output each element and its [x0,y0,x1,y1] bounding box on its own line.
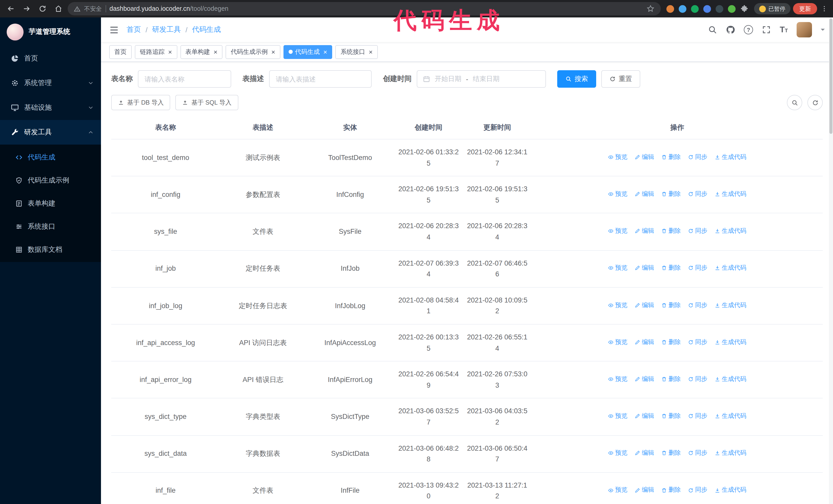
toggle-search-icon[interactable] [787,95,802,110]
action-generate-link[interactable]: 生成代码 [715,152,746,162]
extension-icon[interactable] [728,5,736,13]
chevron-down-icon[interactable] [821,29,825,33]
sidebar-item-devtools[interactable]: 研发工具 [0,120,101,145]
action-sync-link[interactable]: 同步 [688,337,708,347]
action-generate-link[interactable]: 生成代码 [715,337,746,347]
action-preview-link[interactable]: 预览 [608,337,627,347]
action-edit-link[interactable]: 编辑 [635,152,654,162]
close-icon[interactable]: × [271,48,275,55]
action-sync-link[interactable]: 同步 [688,411,708,421]
action-generate-link[interactable]: 生成代码 [715,485,746,495]
action-delete-link[interactable]: 删除 [661,374,681,384]
table-name-input[interactable] [138,70,231,88]
action-sync-link[interactable]: 同步 [688,226,708,236]
bookmark-star-icon[interactable] [646,5,654,13]
action-preview-link[interactable]: 预览 [608,448,627,458]
tab-form-builder[interactable]: 表单构建× [180,45,222,59]
sidebar-subitem-codegen[interactable]: 代码生成 [0,146,101,169]
back-icon[interactable] [4,2,18,16]
sidebar-subitem-codegen-example[interactable]: 代码生成示例 [0,169,101,192]
action-delete-link[interactable]: 删除 [661,300,681,310]
chrome-menu-icon[interactable] [820,3,829,14]
date-range-picker[interactable]: 开始日期 - 结束日期 [417,70,546,88]
breadcrumb-item-codegen[interactable]: 代码生成 [192,25,221,34]
user-avatar[interactable] [796,22,812,38]
action-edit-link[interactable]: 编辑 [635,300,654,310]
action-delete-link[interactable]: 删除 [661,263,681,273]
github-icon[interactable] [726,25,735,34]
search-button[interactable]: 搜索 [557,70,596,88]
action-generate-link[interactable]: 生成代码 [715,189,746,199]
refresh-icon[interactable] [807,95,823,110]
import-sql-button[interactable]: 基于 SQL 导入 [175,95,238,110]
tab-codegen-example[interactable]: 代码生成示例× [225,45,280,59]
action-delete-link[interactable]: 删除 [661,411,681,421]
action-generate-link[interactable]: 生成代码 [715,448,746,458]
action-sync-link[interactable]: 同步 [688,374,708,384]
action-sync-link[interactable]: 同步 [688,189,708,199]
action-delete-link[interactable]: 删除 [661,226,681,236]
action-preview-link[interactable]: 预览 [608,485,627,495]
action-sync-link[interactable]: 同步 [688,263,708,273]
sidebar-subitem-form-builder[interactable]: 表单构建 [0,192,101,215]
sidebar-logo[interactable]: 芋道管理系统 [0,18,101,46]
extension-icon[interactable] [691,5,699,13]
action-generate-link[interactable]: 生成代码 [715,374,746,384]
puzzle-icon[interactable] [740,5,748,13]
action-preview-link[interactable]: 预览 [608,226,627,236]
tab-system-api[interactable]: 系统接口× [335,45,378,59]
action-sync-link[interactable]: 同步 [688,152,708,162]
action-edit-link[interactable]: 编辑 [635,263,654,273]
action-edit-link[interactable]: 编辑 [635,337,654,347]
breadcrumb-item-devtools[interactable]: 研发工具 [152,25,181,34]
fullscreen-icon[interactable] [762,25,771,34]
home-icon[interactable] [52,2,65,16]
import-db-button[interactable]: 基于 DB 导入 [111,95,170,110]
close-icon[interactable]: × [369,48,373,55]
update-button[interactable]: 更新 [793,3,817,14]
action-edit-link[interactable]: 编辑 [635,485,654,495]
action-preview-link[interactable]: 预览 [608,263,627,273]
address-bar[interactable]: 不安全 dashboard.yudao.iocoder.cn/tool/code… [68,2,661,16]
extension-icon[interactable] [679,5,686,13]
reset-button[interactable]: 重置 [601,70,640,88]
action-edit-link[interactable]: 编辑 [635,374,654,384]
close-icon[interactable]: × [214,48,217,55]
action-preview-link[interactable]: 预览 [608,374,627,384]
font-size-icon[interactable]: TT [780,25,788,34]
sidebar-item-system[interactable]: 系统管理 [0,71,101,95]
tab-tracing[interactable]: 链路追踪× [135,45,177,59]
action-edit-link[interactable]: 编辑 [635,411,654,421]
menu-fold-icon[interactable] [109,25,119,34]
action-preview-link[interactable]: 预览 [608,152,627,162]
forward-icon[interactable] [20,2,33,16]
action-sync-link[interactable]: 同步 [688,485,708,495]
action-preview-link[interactable]: 预览 [608,189,627,199]
action-generate-link[interactable]: 生成代码 [715,411,746,421]
extension-icon[interactable] [716,5,723,13]
action-edit-link[interactable]: 编辑 [635,189,654,199]
action-sync-link[interactable]: 同步 [688,300,708,310]
action-preview-link[interactable]: 预览 [608,411,627,421]
breadcrumb-item-home[interactable]: 首页 [127,25,141,34]
close-icon[interactable]: × [324,48,327,55]
paused-badge[interactable]: 已暂停 [754,3,790,14]
sidebar-item-infra[interactable]: 基础设施 [0,95,101,120]
action-sync-link[interactable]: 同步 [688,448,708,458]
action-edit-link[interactable]: 编辑 [635,448,654,458]
scrollbar-thumb[interactable] [829,19,832,134]
table-desc-input[interactable] [269,70,372,88]
extension-icon[interactable] [666,5,674,13]
sidebar-subitem-db-doc[interactable]: 数据库文档 [0,238,101,261]
action-delete-link[interactable]: 删除 [661,337,681,347]
action-preview-link[interactable]: 预览 [608,300,627,310]
sidebar-item-home[interactable]: 首页 [0,46,101,71]
action-generate-link[interactable]: 生成代码 [715,263,746,273]
sidebar-subitem-system-api[interactable]: 系统接口 [0,215,101,238]
action-delete-link[interactable]: 删除 [661,152,681,162]
help-icon[interactable]: ? [744,25,753,34]
tab-home[interactable]: 首页 [109,45,132,59]
close-icon[interactable]: × [168,48,172,55]
action-generate-link[interactable]: 生成代码 [715,226,746,236]
search-icon[interactable] [708,25,717,34]
